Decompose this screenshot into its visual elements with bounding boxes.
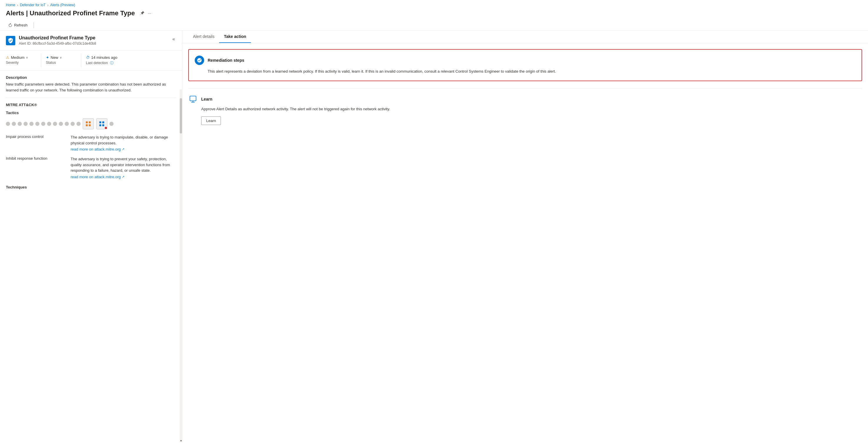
remediation-header: Remediation steps (195, 56, 856, 65)
breadcrumb-sep2: › (48, 3, 49, 7)
remediation-box: Remediation steps This alert represents … (188, 49, 862, 81)
svg-rect-0 (86, 122, 88, 123)
right-content: Remediation steps This alert represents … (182, 43, 868, 137)
right-panel: Alert details Take action Remediation st… (182, 31, 868, 442)
tactics-dots (6, 118, 176, 130)
tactic-dot-last (110, 122, 114, 126)
svg-rect-2 (86, 124, 88, 126)
tactic2-content: The adversary is trying to prevent your … (71, 156, 176, 179)
techniques-label: Techniques (6, 185, 176, 189)
refresh-button[interactable]: Refresh (6, 22, 30, 29)
svg-rect-5 (102, 122, 104, 123)
tactics-grid: Impair process control The adversary is … (6, 134, 176, 179)
more-options-button[interactable]: ··· (147, 10, 152, 16)
alert-title: Unauthorized Profinet Frame Type (19, 35, 96, 40)
alert-body: Description New traffic parameters were … (0, 71, 182, 423)
detection-info-icon[interactable]: ⓘ (110, 61, 114, 65)
main-layout: Unauthorized Profinet Frame Type Alert I… (0, 31, 868, 442)
svg-rect-1 (89, 122, 91, 123)
tabs-bar: Alert details Take action (182, 31, 868, 43)
status-dropdown[interactable]: ∨ (60, 56, 62, 59)
section-divider-1 (6, 98, 176, 98)
tactic2-desc: The adversary is trying to prevent your … (71, 156, 176, 173)
alert-id: Alert ID: 86cfbccf-5a3d-4549-afbc-07d3c1… (19, 41, 96, 45)
tactic-dot-9 (53, 122, 57, 126)
tactic-dot-5 (29, 122, 34, 126)
learn-title: Learn (201, 97, 212, 101)
external-link-icon-1: ↗ (122, 147, 124, 151)
tactic-dot-11 (65, 122, 69, 126)
tactic2-link[interactable]: read more on attack.mitre.org ↗ (71, 175, 176, 179)
breadcrumb-alerts[interactable]: Alerts (Preview) (50, 3, 75, 7)
tactic2-name: Inhibit response function (6, 156, 65, 179)
alert-shield-icon (6, 36, 15, 45)
severity-sublabel: Severity (6, 61, 36, 65)
tab-alert-details[interactable]: Alert details (188, 31, 219, 43)
svg-rect-3 (89, 124, 91, 126)
tactic-dot-1 (6, 122, 10, 126)
detection-sublabel: Last detection ⓘ (86, 61, 117, 66)
scroll-thumb[interactable] (180, 98, 182, 133)
breadcrumb-home[interactable]: Home (6, 3, 15, 7)
tactic1-link[interactable]: read more on attack.mitre.org ↗ (71, 147, 176, 152)
detection-meta: ⏱ 14 minutes ago Last detection ⓘ (86, 54, 122, 67)
page-title-bar: Alerts | Unauthorized Profinet Frame Typ… (0, 8, 868, 20)
left-panel: Unauthorized Profinet Frame Type Alert I… (0, 31, 182, 442)
tactic-dot-3 (18, 122, 22, 126)
refresh-label: Refresh (14, 23, 28, 27)
tactic-dot-2 (12, 122, 16, 126)
learn-icon (188, 94, 198, 104)
tactic-dot-7 (41, 122, 45, 126)
status-meta: ✦ New ∨ Status (46, 54, 81, 67)
status-label: New (51, 55, 58, 60)
status-value: ✦ New ∨ (46, 55, 76, 60)
clock-icon: ⏱ (86, 55, 90, 60)
svg-rect-8 (190, 96, 196, 101)
mitre-section: MITRE ATT&CK® Tactics (6, 103, 176, 189)
alert-header: Unauthorized Profinet Frame Type Alert I… (0, 31, 182, 51)
remediation-text: This alert represents a deviation from a… (208, 68, 856, 75)
remediation-icon (195, 56, 204, 65)
severity-dropdown[interactable]: ∨ (26, 56, 28, 59)
pin-button[interactable] (140, 10, 145, 17)
severity-label: Medium (11, 55, 24, 60)
svg-rect-6 (99, 124, 101, 126)
svg-rect-7 (102, 124, 104, 126)
remediation-title: Remediation steps (208, 58, 244, 63)
status-icon: ✦ (46, 55, 49, 60)
alert-meta: ⚠ Medium ∨ Severity ✦ New ∨ Status ⏱ 14 … (0, 51, 182, 71)
severity-value: ⚠ Medium ∨ (6, 55, 36, 60)
tactic-dot-13 (76, 122, 81, 126)
mitre-title: MITRE ATT&CK® (6, 103, 176, 107)
learn-header: Learn (188, 94, 862, 104)
breadcrumb: Home › Defender for IoT › Alerts (Previe… (0, 0, 868, 8)
external-link-icon-2: ↗ (122, 175, 124, 179)
scroll-track: ▼ (180, 89, 182, 442)
alert-title-block: Unauthorized Profinet Frame Type Alert I… (19, 35, 96, 45)
learn-text: Approve Alert Details as authorized netw… (201, 106, 862, 112)
tactic1-desc: The adversary is trying to manipulate, d… (71, 134, 176, 146)
tactic-dot-12 (71, 122, 75, 126)
warning-icon: ⚠ (6, 55, 9, 60)
tactic1-content: The adversary is trying to manipulate, d… (71, 134, 176, 152)
tactic1-name: Impair process control (6, 134, 65, 152)
detection-label: 14 minutes ago (91, 55, 117, 60)
collapse-button[interactable]: « (171, 35, 176, 43)
breadcrumb-defender[interactable]: Defender for IoT (20, 3, 45, 7)
tactics-label: Tactics (6, 110, 176, 115)
breadcrumb-sep1: › (17, 3, 18, 7)
tactic-dot-4 (24, 122, 28, 126)
page-title-text: Alerts | Unauthorized Profinet Frame Typ… (6, 9, 135, 17)
title-icons: ··· (140, 10, 152, 17)
learn-button[interactable]: Learn (201, 117, 221, 125)
severity-meta: ⚠ Medium ∨ Severity (6, 54, 41, 67)
alert-header-left: Unauthorized Profinet Frame Type Alert I… (6, 35, 96, 45)
scroll-down-arrow[interactable]: ▼ (180, 439, 182, 442)
tab-take-action[interactable]: Take action (219, 31, 251, 43)
tactic-dot-8 (47, 122, 51, 126)
tactic-icon-blue[interactable] (96, 118, 107, 130)
tactic-dot-6 (35, 122, 39, 126)
status-sublabel: Status (46, 61, 76, 65)
tactic-icon-orange[interactable] (82, 118, 94, 130)
description-title: Description (6, 75, 176, 80)
